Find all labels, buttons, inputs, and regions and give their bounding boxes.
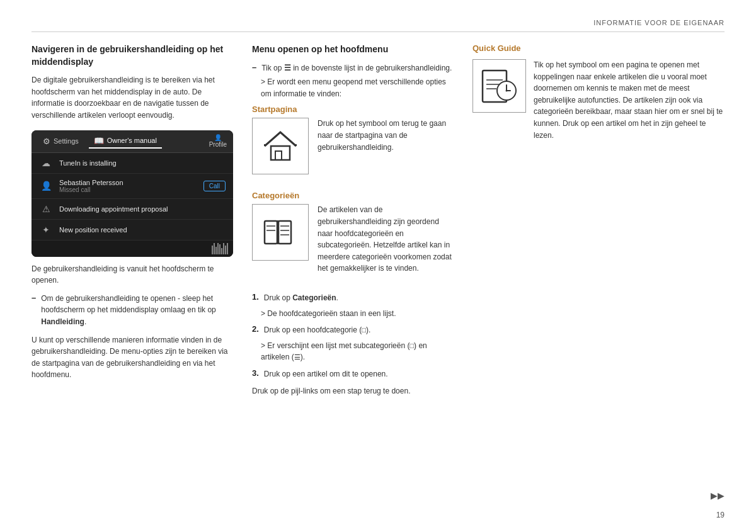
book-folders-icon [261, 213, 299, 251]
step-text: Druk op een artikel om dit te openen. [264, 368, 388, 380]
device-topbar: ⚙ Settings 📖 Owner's manual 👤 Profile [32, 130, 233, 153]
device-mockup: ⚙ Settings 📖 Owner's manual 👤 Profile [32, 130, 233, 257]
call-button[interactable]: Call [203, 181, 226, 191]
step-3: 3. Druk op een artikel om dit te openen. [252, 368, 454, 380]
left-intro: De digitale gebruikershandleiding is te … [32, 74, 233, 121]
bullet-text: Tik op ☰ in de bovenste lijst in de gebr… [261, 62, 452, 74]
page-header: INFORMATIE VOOR DE EIGENAAR [32, 19, 724, 32]
profile-icon: 👤 [214, 134, 222, 141]
svg-rect-1 [275, 151, 282, 160]
step-1-sub: De hoofdcategorieën staan in een lijst. [252, 308, 454, 320]
step-text: Druk op Categorieën. [264, 292, 338, 304]
item-content: Downloading appointment proposal [59, 205, 226, 213]
svg-rect-0 [271, 146, 290, 160]
categorieen-icon-box [252, 204, 309, 261]
svg-rect-4 [265, 221, 277, 244]
bullet-text: Om de gebruikershandleiding te openen - … [41, 293, 233, 328]
svg-rect-5 [278, 221, 291, 244]
bullet-dash: – [32, 293, 36, 328]
quick-guide-content: Tik op het symbool om een pagina te open… [472, 59, 724, 141]
left-column: Navigeren in de gebruikershandleiding op… [32, 43, 233, 387]
page-number: 19 [716, 511, 724, 519]
page: INFORMATIE VOOR DE EIGENAAR Navigeren in… [0, 0, 756, 532]
location-icon: ✦ [39, 225, 53, 235]
barcode [212, 243, 228, 254]
device-list: ☁ TuneIn is installing 👤 Sebastian Peter… [32, 153, 233, 241]
step-number: 2. [252, 324, 259, 336]
columns-container: Navigeren in de gebruikershandleiding op… [32, 43, 724, 403]
tab-owners-manual[interactable]: 📖 Owner's manual [89, 134, 162, 149]
svg-point-20 [505, 89, 507, 91]
device-caption: De gebruikershandleiding is vanuit het h… [32, 263, 233, 286]
quick-guide-title: Quick Guide [472, 43, 724, 53]
list-item: ✦ New position received [32, 220, 233, 241]
menu-bullet-item: – Tik op ☰ in de bovenste lijst in de ge… [252, 62, 454, 74]
item-content: TuneIn is installing [59, 159, 226, 167]
tab-settings-label: Settings [54, 137, 79, 145]
book-icon: 📖 [94, 136, 104, 145]
list-item: 👤 Sebastian Petersson Missed call Call [32, 174, 233, 199]
quick-guide-body: Tik op het symbool om een pagina te open… [534, 59, 724, 141]
quick-guide-icon [478, 64, 522, 108]
item-content: Sebastian Petersson Missed call [59, 179, 197, 193]
item-title: TuneIn is installing [59, 159, 226, 167]
step-number: 1. [252, 292, 259, 304]
tab-profile-label: Profile [209, 141, 227, 148]
cloud-icon: ☁ [39, 158, 53, 168]
startpagina-icon-box [252, 118, 309, 174]
left-title: Navigeren in de gebruikershandleiding op… [32, 43, 233, 68]
step-text: Druk op een hoofdcategorie (□). [264, 324, 370, 336]
person-icon: 👤 [39, 181, 53, 191]
startpagina-label: Startpagina [252, 105, 454, 114]
bullet-dash: – [252, 62, 256, 74]
categorieen-section: Categorieën [252, 191, 454, 281]
bullet-item: – Om de gebruikershandleiding te openen … [32, 293, 233, 328]
categorieen-label: Categorieën [252, 191, 454, 200]
right-column: Quick Guide [472, 43, 724, 141]
item-title: Downloading appointment proposal [59, 205, 226, 213]
steps-section: 1. Druk op Categorieën. De hoofdcategori… [252, 292, 454, 397]
footer-arrows: ▶▶ [711, 490, 724, 501]
header-text: INFORMATIE VOOR DE EIGENAAR [593, 19, 724, 26]
house-icon [261, 127, 299, 165]
step-number: 3. [252, 368, 259, 380]
tab-settings[interactable]: ⚙ Settings [38, 135, 84, 148]
quick-guide-icon-box [472, 59, 526, 113]
item-title: New position received [59, 226, 226, 234]
footer-text: Druk op de pijl-links om een stap terug … [252, 385, 454, 397]
device-barcode [32, 241, 233, 257]
indent-text: Er wordt een menu geopend met verschille… [252, 76, 454, 99]
step-2: 2. Druk op een hoofdcategorie (□). [252, 324, 454, 336]
arrows-icon: ▶▶ [711, 490, 724, 501]
warning-icon: ⚠ [39, 204, 53, 214]
list-item: ⚠ Downloading appointment proposal [32, 199, 233, 220]
left-paragraph: U kunt op verschillende manieren informa… [32, 334, 233, 381]
step-1: 1. Druk op Categorieën. [252, 292, 454, 304]
item-title: Sebastian Petersson [59, 179, 197, 186]
settings-icon: ⚙ [43, 137, 50, 146]
middle-title: Menu openen op het hoofdmenu [252, 43, 454, 56]
step-2-sub: Er verschijnt een lijst met subcategorie… [252, 340, 454, 363]
middle-column: Menu openen op het hoofdmenu – Tik op ☰ … [252, 43, 454, 403]
item-content: New position received [59, 226, 226, 234]
startpagina-section: Startpagina Druk op het symbool om terug… [252, 105, 454, 179]
item-subtitle: Missed call [59, 186, 197, 193]
tab-profile[interactable]: 👤 Profile [209, 134, 227, 148]
tab-manual-label: Owner's manual [107, 137, 157, 144]
list-item: ☁ TuneIn is installing [32, 153, 233, 174]
